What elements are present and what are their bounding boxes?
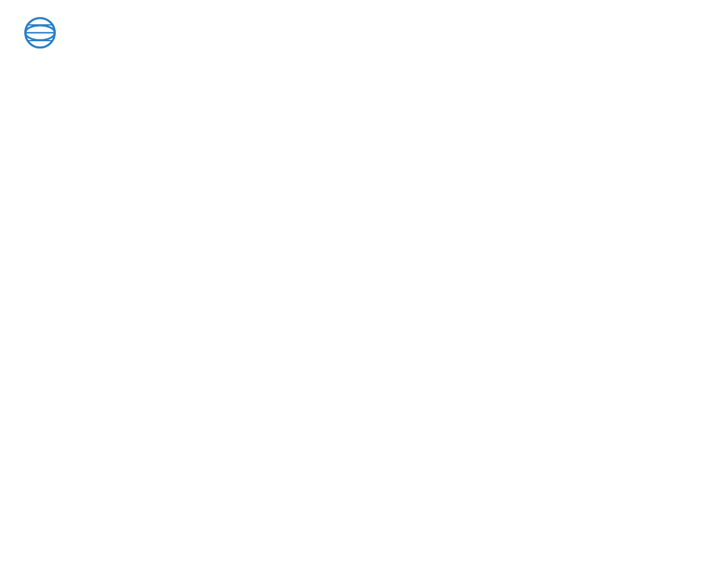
pie-chart-svg (152, 103, 576, 443)
idc-globe-icon (24, 17, 56, 49)
chart-container (152, 103, 576, 443)
logo-area (24, 17, 61, 49)
